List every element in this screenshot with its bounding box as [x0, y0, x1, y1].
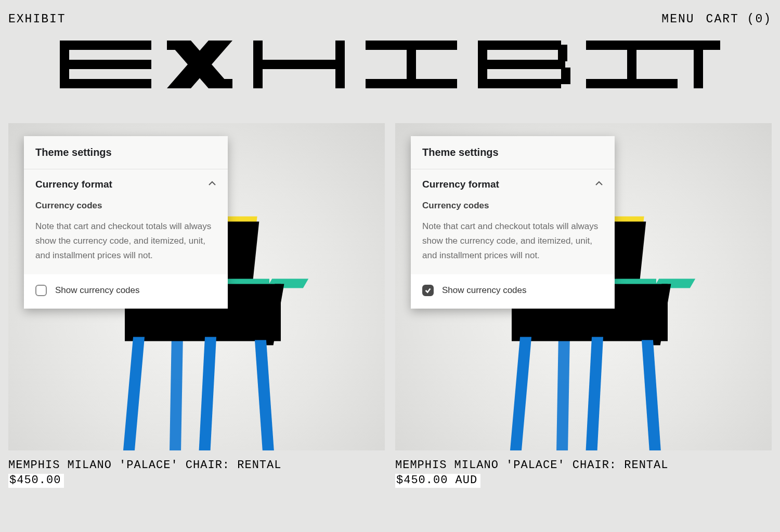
svg-rect-16 — [478, 60, 565, 69]
show-currency-codes-label: Show currency codes — [55, 285, 140, 296]
svg-rect-28 — [629, 41, 720, 50]
svg-marker-6 — [167, 41, 191, 50]
svg-rect-17 — [478, 79, 561, 88]
menu-link[interactable]: MENU — [661, 12, 694, 26]
theme-settings-panel: Theme settings Currency format Currency … — [24, 136, 228, 309]
currency-codes-heading: Currency codes — [422, 201, 603, 211]
product-image: Theme settings Currency format Currency … — [8, 123, 385, 450]
svg-rect-13 — [407, 41, 416, 88]
header: EXHIBIT MENU CART (0) — [0, 0, 780, 35]
svg-rect-18 — [558, 45, 567, 61]
product-title[interactable]: MEMPHIS MILANO 'PALACE' CHAIR: RENTAL — [395, 459, 772, 472]
chevron-up-icon[interactable] — [595, 179, 603, 190]
panel-title: Theme settings — [411, 136, 615, 169]
product-image: Theme settings Currency format Currency … — [395, 123, 772, 450]
svg-marker-7 — [209, 79, 232, 88]
wordmark-logo — [0, 41, 780, 91]
svg-rect-15 — [478, 41, 561, 50]
show-currency-codes-checkbox[interactable] — [422, 285, 434, 296]
product-price: $450.00 — [8, 474, 64, 488]
product-card: Theme settings Currency format Currency … — [395, 123, 772, 488]
show-currency-codes-checkbox[interactable] — [35, 285, 47, 296]
svg-rect-19 — [561, 68, 570, 84]
currency-format-section[interactable]: Currency format — [422, 179, 499, 190]
product-title[interactable]: MEMPHIS MILANO 'PALACE' CHAIR: RENTAL — [8, 459, 385, 472]
product-card: Theme settings Currency format Currency … — [8, 123, 385, 488]
cart-link[interactable]: CART (0) — [706, 12, 772, 26]
show-currency-codes-label: Show currency codes — [442, 285, 527, 296]
svg-rect-3 — [60, 41, 69, 88]
product-price: $450.00 AUD — [395, 474, 480, 488]
svg-rect-10 — [253, 60, 345, 69]
currency-codes-heading: Currency codes — [35, 201, 216, 211]
svg-rect-0 — [60, 41, 151, 50]
svg-rect-1 — [60, 60, 151, 69]
brand-label[interactable]: EXHIBIT — [8, 12, 66, 26]
chevron-up-icon[interactable] — [208, 179, 216, 190]
theme-settings-panel: Theme settings Currency format Currency … — [411, 136, 615, 309]
panel-title: Theme settings — [24, 136, 228, 169]
currency-format-section[interactable]: Currency format — [35, 179, 112, 190]
currency-codes-note: Note that cart and checkout totals will … — [35, 219, 216, 263]
svg-rect-2 — [60, 79, 151, 88]
currency-codes-note: Note that cart and checkout totals will … — [422, 219, 603, 263]
